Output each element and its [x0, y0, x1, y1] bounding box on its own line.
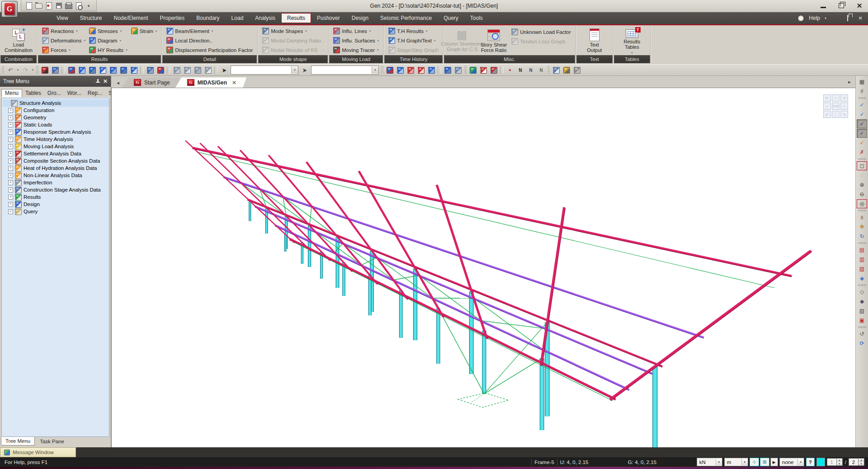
lock-model-button[interactable] — [561, 65, 571, 75]
pan-button[interactable]: ✥ — [857, 222, 867, 231]
delete-selection-button[interactable]: ✗ — [857, 148, 867, 157]
grid-check-button[interactable]: ✓ — [857, 110, 867, 119]
activate-node-button[interactable]: ✓ — [857, 119, 867, 128]
panel-tab-wor[interactable]: Wor... — [64, 89, 85, 97]
tree-expander-icon[interactable]: + — [8, 151, 13, 156]
select-single-button[interactable] — [66, 65, 76, 75]
tree-expander-icon[interactable]: + — [8, 144, 13, 149]
unselect-single-button[interactable] — [172, 65, 182, 75]
select-plane-button[interactable] — [108, 65, 118, 75]
help-caret-icon[interactable]: ▾ — [825, 16, 826, 20]
t-h-graph-text-button[interactable]: T.H Graph/Text▾ — [387, 36, 440, 45]
menu-properties[interactable]: Properties — [154, 13, 191, 23]
dropdown-caret-icon[interactable]: ▾ — [31, 66, 35, 75]
tree-item-results[interactable]: +Results — [3, 193, 109, 201]
display-option-button[interactable]: ▣ — [857, 316, 867, 325]
text-output-button[interactable]: TextOutput — [579, 26, 610, 55]
load-combination-button[interactable]: LLLoadCombination — [3, 26, 34, 55]
tab-scroll-right-icon[interactable]: ▸ — [845, 77, 854, 86]
view-top-button[interactable]: ▧ — [857, 264, 867, 273]
dropdown-caret-icon[interactable]: ▾ — [369, 29, 371, 33]
deformations-button[interactable]: Deformations▾ — [41, 36, 87, 45]
hidden-surface-button[interactable] — [489, 65, 499, 75]
dropdown-caret-icon[interactable]: ▾ — [119, 39, 121, 42]
copy-image-button[interactable] — [551, 65, 561, 75]
moving-tracer-button[interactable]: Moving Tracer▾ — [332, 46, 380, 55]
tab-close-icon[interactable]: ✕ — [232, 80, 236, 86]
stresses-button[interactable]: Stresses▾ — [88, 27, 129, 36]
dropdown-caret-icon[interactable]: ▾ — [631, 51, 633, 55]
tree-item-moving-load-analysis[interactable]: +Moving Load Analysis — [3, 143, 109, 150]
undo-button[interactable]: ↶ — [5, 65, 15, 75]
tree-expander-icon[interactable]: + — [8, 209, 13, 214]
file-info-icon[interactable] — [45, 2, 53, 10]
tree-item-composite-section-analysis-data[interactable]: +Composite Section Analysis Data — [3, 157, 109, 164]
dropdown-caret-icon[interactable]: ▾ — [84, 39, 85, 42]
node-table-button[interactable]: ▦ — [857, 77, 867, 86]
influ-surfaces-button[interactable]: Influ. Surfaces▾ — [332, 36, 380, 45]
zoom-window-button[interactable]: ◻ — [857, 161, 867, 170]
tree-expander-icon[interactable]: + — [8, 166, 13, 171]
display-red-button[interactable] — [478, 65, 488, 75]
menu-query[interactable]: Query — [438, 13, 464, 23]
rotate-button[interactable]: ↻ — [857, 232, 867, 241]
zoom-scale-button[interactable]: ± — [857, 213, 867, 222]
select-recent-button[interactable] — [98, 65, 108, 75]
grid-button[interactable]: # — [857, 87, 867, 96]
shrink-button[interactable] — [406, 65, 415, 75]
selection-mode-select[interactable]: none▾ — [779, 458, 804, 466]
unselect-sphere-button[interactable] — [203, 65, 213, 75]
tab-start-page[interactable]: G Start Page — [122, 77, 180, 88]
pan-lr-button[interactable] — [426, 65, 436, 75]
menu-node-element[interactable]: Node/Element — [108, 13, 154, 23]
t-h-results-button[interactable]: T.H Results▾ — [387, 27, 440, 36]
dropdown-caret-icon[interactable]: ▾ — [377, 48, 379, 52]
print-icon[interactable] — [65, 2, 73, 10]
lock-all-button[interactable] — [572, 65, 582, 75]
panel-close-icon[interactable]: ✕ — [103, 78, 108, 84]
zoom-fit-button[interactable] — [385, 65, 395, 75]
menu-results[interactable]: Results — [281, 13, 311, 23]
group-tree-button[interactable] — [50, 65, 60, 75]
hidden-line-button[interactable]: ▨ — [857, 306, 867, 315]
viewcube-arrow-button[interactable]: ← — [823, 103, 831, 110]
viewcube-arrow-button[interactable]: ↖ — [823, 94, 831, 102]
zoom-in-button[interactable]: ⊕ — [857, 180, 867, 189]
view-front-button[interactable]: ▤ — [857, 245, 867, 254]
element-number-button[interactable]: N — [526, 65, 536, 75]
reactions-button[interactable]: Reactions▾ — [41, 27, 87, 36]
menu-analysis[interactable]: Analysis — [249, 13, 281, 23]
tree-item-non-linear-analysis-data[interactable]: +Non-Linear Analysis Data — [3, 172, 109, 179]
tree-item-structure-analysis[interactable]: Structure Analysis — [3, 99, 109, 107]
beam-element-button[interactable]: Beam/Element▾ — [165, 27, 254, 36]
tree-item-configuration[interactable]: +Configuration — [3, 107, 109, 114]
enlarge-button[interactable] — [416, 65, 426, 75]
tree-item-imperfection[interactable]: +Imperfection — [3, 179, 109, 186]
model-viewport[interactable]: ↖↑↗←TOP→↙↓↘ — [111, 88, 855, 447]
tab-scroll-left-icon[interactable]: ◂ — [114, 78, 122, 87]
dropdown-caret-icon[interactable]: ▾ — [434, 39, 436, 42]
tree-item-time-history-analysis[interactable]: +Time History Analysis — [3, 136, 109, 143]
dropdown-caret-icon[interactable]: ▾ — [426, 29, 428, 33]
toolbar-drag-handle[interactable] — [464, 66, 467, 74]
menu-seismic-performance[interactable]: Seismic Performance — [374, 13, 438, 23]
toolbar-drag-handle[interactable] — [36, 66, 38, 74]
select-by-pointer-button[interactable]: ➤ — [300, 65, 310, 75]
dropdown-caret-icon[interactable]: ▾ — [120, 29, 122, 33]
stepper-down-icon[interactable]: ▼ — [837, 462, 842, 466]
combo-caret-icon[interactable]: ▾ — [291, 66, 298, 74]
wireframe-button[interactable]: ◇ — [857, 287, 867, 296]
menu-pushover[interactable]: Pushover — [311, 13, 346, 23]
length-unit-select[interactable]: m▾ — [724, 458, 748, 466]
node-snap-toggle[interactable]: ⊹ — [750, 458, 759, 466]
toolbar-drag-handle[interactable] — [381, 66, 383, 74]
open-file-icon[interactable] — [35, 2, 43, 10]
tree-expander-icon[interactable]: + — [8, 173, 13, 178]
toolbar-drag-handle[interactable] — [2, 66, 4, 74]
dropdown-caret-icon[interactable]: ▾ — [126, 48, 127, 52]
stepper-up-icon[interactable]: ▲ — [837, 459, 842, 462]
menu-view[interactable]: View — [51, 13, 74, 23]
viewcube-arrow-button[interactable]: ↑ — [832, 94, 840, 102]
redo-button[interactable]: ↷ — [20, 65, 30, 75]
select-volume-button[interactable] — [118, 65, 128, 75]
